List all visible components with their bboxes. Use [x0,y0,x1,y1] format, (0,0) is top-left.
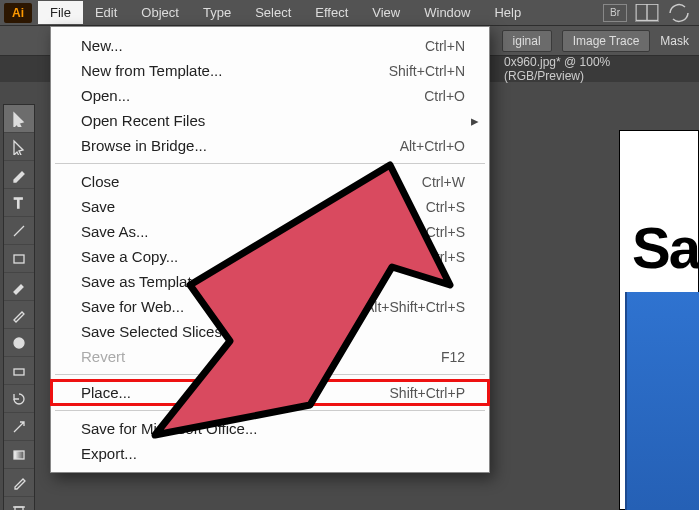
bridge-icon[interactable]: Br [603,4,627,22]
control-mask-button[interactable]: Mask [660,34,689,48]
tool-pen[interactable] [4,161,34,189]
tool-rotate[interactable] [4,385,34,413]
menu-item-shortcut: Ctrl+O [424,88,465,104]
menu-item-shortcut: Shift+Ctrl+S [390,224,465,240]
menu-item-shortcut: Alt+Ctrl+S [401,249,465,265]
menu-effect[interactable]: Effect [303,1,360,24]
menu-item-shortcut: Shift+Ctrl+N [389,63,465,79]
svg-rect-4 [14,255,24,263]
menu-item-label: Place... [81,384,131,401]
menu-item-shortcut: Ctrl+N [425,38,465,54]
svg-text:T: T [14,195,23,211]
menu-item-label: Save As... [81,223,149,240]
menu-item-label: Close [81,173,119,190]
tool-artboard[interactable] [4,497,34,510]
menu-item-label: Browse in Bridge... [81,137,207,154]
menu-item-shortcut: Ctrl+W [422,174,465,190]
menu-separator [55,374,485,375]
tool-type[interactable]: T [4,189,34,217]
menu-item-label: Open Recent Files [81,112,205,129]
menu-item-label: Save a Copy... [81,248,178,265]
menu-edit[interactable]: Edit [83,1,129,24]
menu-item-save-for-web[interactable]: Save for Web...Alt+Shift+Ctrl+S [51,294,489,319]
tool-selection[interactable] [4,105,34,133]
toolbox: T [3,104,35,510]
tool-rectangle[interactable] [4,245,34,273]
menu-item-label: Export... [81,445,137,462]
menu-window[interactable]: Window [412,1,482,24]
menu-item-label: Save [81,198,115,215]
menu-item-label: Save for Microsoft Office... [81,420,257,437]
menu-item-shortcut: Shift+Ctrl+P [390,385,465,401]
menu-item-new[interactable]: New...Ctrl+N [51,33,489,58]
svg-point-5 [14,338,24,348]
app-logo: Ai [4,3,32,23]
control-original-button[interactable]: iginal [502,30,552,52]
menu-item-label: New... [81,37,123,54]
menu-item-label: New from Template... [81,62,222,79]
menu-item-label: Open... [81,87,130,104]
menu-item-open-recent-files[interactable]: Open Recent Files [51,108,489,133]
menu-item-label: Save Selected Slices... [81,323,234,340]
menu-file[interactable]: File [38,1,83,24]
tool-pencil[interactable] [4,301,34,329]
menu-item-close[interactable]: CloseCtrl+W [51,169,489,194]
menu-item-export[interactable]: Export... [51,441,489,466]
control-image-trace-button[interactable]: Image Trace [562,30,651,52]
menu-item-open[interactable]: Open...Ctrl+O [51,83,489,108]
menu-item-revert: RevertF12 [51,344,489,369]
tool-scale[interactable] [4,413,34,441]
menu-item-place[interactable]: Place...Shift+Ctrl+P [51,380,489,405]
svg-rect-6 [14,369,24,375]
menu-item-new-from-template[interactable]: New from Template...Shift+Ctrl+N [51,58,489,83]
menu-item-label: Save for Web... [81,298,184,315]
sync-icon[interactable] [667,4,691,22]
menu-item-save-for-microsoft-office[interactable]: Save for Microsoft Office... [51,416,489,441]
tool-gradient[interactable] [4,441,34,469]
menu-item-save-selected-slices[interactable]: Save Selected Slices... [51,319,489,344]
menu-view[interactable]: View [360,1,412,24]
menu-separator [55,410,485,411]
canvas-text-fragment: Sa [632,214,699,281]
tool-line[interactable] [4,217,34,245]
svg-line-3 [14,226,24,236]
menu-select[interactable]: Select [243,1,303,24]
menu-item-save[interactable]: SaveCtrl+S [51,194,489,219]
menu-item-save-a-copy[interactable]: Save a Copy...Alt+Ctrl+S [51,244,489,269]
tool-blob-brush[interactable] [4,329,34,357]
menu-item-shortcut: Alt+Shift+Ctrl+S [365,299,465,315]
menu-item-label: Revert [81,348,125,365]
document-tab[interactable]: 0x960.jpg* @ 100% (RGB/Preview) [496,51,699,87]
tool-eyedropper[interactable] [4,469,34,497]
menu-item-save-as-template[interactable]: Save as Template... [51,269,489,294]
menubar: Ai FileEditObjectTypeSelectEffectViewWin… [0,0,699,26]
tool-eraser[interactable] [4,357,34,385]
menu-item-save-as[interactable]: Save As...Shift+Ctrl+S [51,219,489,244]
menu-item-label: Save as Template... [81,273,212,290]
canvas-blue-shape [625,292,699,510]
menu-type[interactable]: Type [191,1,243,24]
tool-paintbrush[interactable] [4,273,34,301]
menu-help[interactable]: Help [482,1,533,24]
menu-separator [55,163,485,164]
menubar-right-cluster: Br [603,4,699,22]
menu-object[interactable]: Object [129,1,191,24]
svg-rect-7 [14,451,24,459]
tool-direct-selection[interactable] [4,133,34,161]
menu-item-browse-in-bridge[interactable]: Browse in Bridge...Alt+Ctrl+O [51,133,489,158]
file-menu-dropdown: New...Ctrl+NNew from Template...Shift+Ct… [50,26,490,473]
menu-item-shortcut: Ctrl+S [426,199,465,215]
layout-icon[interactable] [635,4,659,22]
menu-item-shortcut: F12 [441,349,465,365]
menu-item-shortcut: Alt+Ctrl+O [400,138,465,154]
